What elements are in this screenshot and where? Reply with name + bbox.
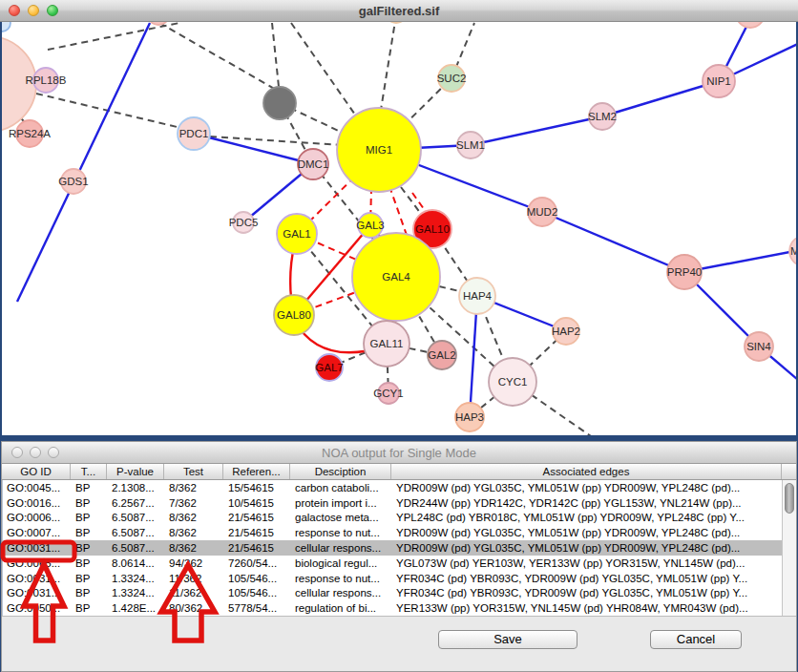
network-window-titlebar[interactable]: galFiltered.sif	[0, 0, 798, 22]
cell: BP	[72, 482, 108, 494]
node-label-RPS24A: RPS24A	[9, 128, 51, 139]
column-header-test[interactable]: Test	[164, 464, 223, 479]
cell: regulation of bi...	[291, 602, 392, 614]
node-label-SLM1: SLM1	[456, 139, 485, 151]
cell: 6.5087...	[108, 527, 165, 538]
cell: BP	[72, 512, 108, 523]
table-header-row: GO IDT...P-valueTestReferen...Desciption…	[2, 464, 796, 480]
cell: BP	[72, 497, 108, 509]
node-label-PDC1: PDC1	[179, 128, 209, 139]
cell: GO:0050...	[3, 602, 72, 614]
cell: 10/54615	[224, 497, 291, 509]
cell: response to nut...	[291, 527, 392, 538]
cell: 2.1308...	[108, 482, 165, 494]
column-header-p-value[interactable]: P-value	[107, 464, 164, 479]
node-label-GAL80: GAL80	[277, 309, 311, 321]
cell: BP	[72, 602, 108, 614]
node-label-SLM2: SLM2	[588, 111, 617, 122]
table-row[interactable]: GO:0050...BP1.428E...80/3625778/54...reg…	[3, 600, 796, 616]
table-row[interactable]: GO:0031...BP6.5087...8/36221/54615cellul…	[3, 540, 796, 556]
node-label-DMC1: DMC1	[298, 158, 329, 170]
node-label-MIG1: MIG1	[366, 144, 392, 156]
network-window: RPL18BRPS24AGDS1PDC1DMC1MIG1SUC2SLM1SLM2…	[0, 0, 798, 437]
cell: 94/362	[165, 557, 224, 569]
node-label-SUC2: SUC2	[437, 73, 467, 84]
cell: 21/54615	[224, 527, 291, 538]
cell: BP	[72, 542, 108, 554]
cell: YDR244W (pp) YDR142C, YDR142C (pp) YGL15…	[392, 497, 783, 509]
cell: protein import i...	[291, 497, 392, 509]
table-row[interactable]: GO:0031...BP1.3324...11/362105/546...cel…	[3, 585, 796, 600]
cell: YDR009W (pd) YGL035C, YML051W (pp) YDR00…	[392, 527, 783, 538]
close-button[interactable]	[9, 5, 20, 16]
cell: 6.5087...	[108, 512, 165, 523]
column-header-referen-[interactable]: Referen...	[223, 464, 290, 479]
node-label-NIP1: NIP1	[706, 75, 731, 87]
cell: response to nut...	[291, 573, 392, 584]
cell: 21/54615	[224, 542, 291, 554]
node-label-GCY1: GCY1	[373, 388, 403, 399]
table-row[interactable]: GO:0065...BP8.0614...94/3627260/54...bio…	[3, 556, 796, 571]
vertical-scrollbar[interactable]	[782, 480, 796, 616]
canvas-background	[2, 0, 796, 435]
cell: 7260/54...	[224, 557, 291, 569]
cell: 6.5087...	[108, 542, 165, 554]
table-row[interactable]: GO:0006...BP6.5087...8/36221/54615galact…	[3, 511, 796, 526]
noa-window-title: NOA output for Single Mode	[2, 446, 796, 460]
node-gray-node[interactable]	[263, 87, 296, 119]
scrollbar-thumb[interactable]	[785, 483, 794, 514]
column-header-associated-edges[interactable]: Associated edges	[391, 464, 782, 479]
noa-window-titlebar[interactable]: NOA output for Single Mode	[2, 442, 796, 464]
cell: 8/362	[165, 542, 224, 554]
minimize-button[interactable]	[28, 5, 39, 16]
cell: GO:0007...	[3, 527, 72, 538]
cell: carbon cataboli...	[291, 482, 392, 494]
table-row[interactable]: GO:0016...BP6.2567...7/36210/54615protei…	[3, 495, 796, 511]
column-header-go-id[interactable]: GO ID	[2, 464, 71, 479]
node-label-GAL4: GAL4	[382, 271, 410, 283]
node-label-RPL18B: RPL18B	[26, 74, 67, 86]
cell: 105/546...	[224, 573, 291, 584]
cell: GO:0016...	[3, 497, 72, 509]
network-canvas[interactable]: RPL18BRPS24AGDS1PDC1DMC1MIG1SUC2SLM1SLM2…	[0, 0, 798, 437]
cell: galactose meta...	[291, 512, 392, 523]
cell: GO:0031...	[3, 587, 72, 598]
table-row[interactable]: GO:0045...BP2.1308...8/36215/54615carbon…	[3, 480, 796, 495]
node-label-HAP2: HAP2	[552, 326, 580, 337]
column-header-desciption[interactable]: Desciption	[290, 464, 391, 479]
cell: GO:0065...	[3, 557, 72, 569]
cell: 11/362	[165, 573, 224, 584]
node-label-GAL11: GAL11	[370, 338, 404, 349]
node-label-MUD2: MUD2	[527, 206, 558, 218]
minimize-button-inactive[interactable]	[30, 447, 41, 458]
header-scrollbar-spacer	[782, 464, 796, 479]
cell: YDR009W (pd) YGL035C, YML051W (pp) YDR00…	[392, 482, 783, 494]
save-button[interactable]: Save	[438, 630, 578, 649]
cell: GO:0031...	[3, 573, 72, 584]
zoom-button-inactive[interactable]	[48, 447, 59, 458]
node-label-GAL10: GAL10	[415, 223, 450, 235]
cell: 15/54615	[224, 482, 291, 494]
cancel-button[interactable]: Cancel	[650, 630, 742, 649]
cell: BP	[72, 557, 108, 569]
node-label-CYC1: CYC1	[498, 376, 528, 388]
cell: 8.0614...	[108, 557, 165, 569]
table-row[interactable]: GO:0007...BP6.5087...8/36221/54615respon…	[3, 525, 796, 540]
cell: biological regul...	[291, 557, 392, 569]
column-header-t-[interactable]: T...	[71, 464, 107, 479]
node-label-GAL7: GAL7	[315, 362, 343, 373]
cell: BP	[72, 573, 108, 584]
cell: 1.3324...	[108, 587, 165, 598]
table-body: GO:0045...BP2.1308...8/36215/54615carbon…	[2, 480, 796, 616]
node-label-PDC5: PDC5	[229, 217, 259, 228]
table-row[interactable]: GO:0031...BP1.3324...11/362105/546...res…	[3, 571, 796, 586]
zoom-button[interactable]	[47, 5, 58, 16]
network-window-title: galFiltered.sif	[0, 4, 798, 18]
node-label-HAP3: HAP3	[455, 411, 484, 423]
node-label-SIN4: SIN4	[746, 341, 771, 352]
cell: 1.3324...	[108, 573, 165, 584]
node-label-HAP4: HAP4	[463, 290, 493, 302]
node-label-GDS1: GDS1	[58, 176, 88, 187]
button-bar: Save Cancel	[2, 616, 796, 671]
close-button-inactive[interactable]	[11, 447, 23, 458]
